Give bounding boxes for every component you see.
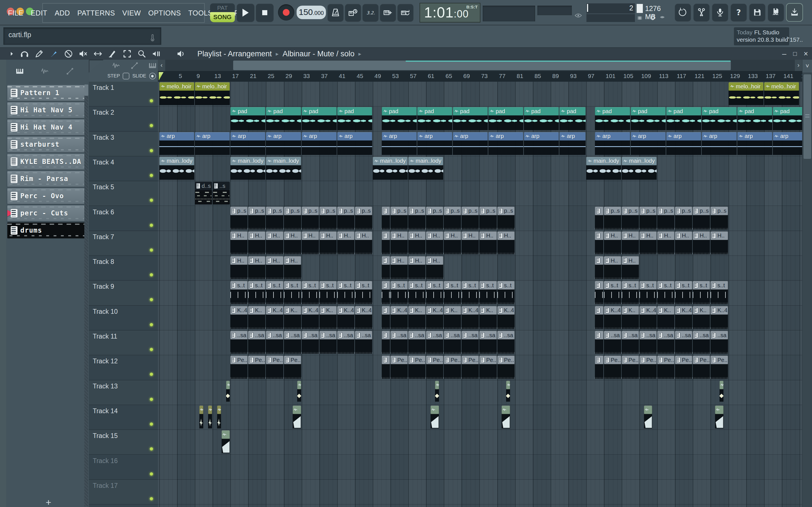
pattern-clip[interactable]: K..4 (604, 306, 621, 330)
pattern-clip[interactable]: ..sa (231, 331, 248, 354)
pattern-clip[interactable]: s..t (302, 281, 319, 304)
pattern-clip[interactable]: s..t (657, 281, 674, 304)
track-lane-15[interactable] (158, 430, 802, 455)
pattern-clip[interactable]: Pe.. (693, 356, 710, 379)
pattern-clip[interactable]: H.. (426, 256, 443, 280)
track-header-17[interactable]: Track 17 (89, 480, 158, 504)
pencil-icon[interactable] (35, 49, 44, 59)
step-toggle[interactable] (123, 73, 130, 79)
pattern-clip[interactable]: Pe.. (640, 356, 657, 379)
track-mute-led[interactable] (150, 149, 153, 152)
tab-patterns-piano-icon[interactable] (14, 67, 26, 76)
pattern-clip[interactable]: p..s (319, 207, 337, 230)
track-header-6[interactable]: Track 6 (89, 206, 158, 231)
audio-clip[interactable]: melo..hoir (195, 82, 230, 106)
pattern-clip[interactable]: p..s (355, 207, 372, 230)
countdown-button[interactable]: 3.2.ı (363, 4, 378, 21)
menu-edit[interactable]: EDIT (31, 9, 47, 17)
audio-clip[interactable] (208, 406, 212, 429)
pattern-clip[interactable]: p..s (693, 207, 710, 230)
online-eye-icon[interactable] (574, 11, 582, 21)
track-mute-led[interactable] (150, 323, 153, 327)
pattern-clip[interactable] (595, 356, 603, 379)
pattern-clip[interactable]: p..s (622, 207, 639, 230)
track-mute-led[interactable] (150, 472, 153, 476)
pattern-clip[interactable]: Pe.. (497, 356, 515, 379)
track-mute-led[interactable] (150, 199, 153, 202)
pat-mode-label[interactable]: PAT (210, 3, 235, 12)
audio-clip[interactable]: main..lody (231, 157, 265, 180)
pattern-clip[interactable]: H.. (622, 256, 639, 280)
pattern-clip[interactable]: s..t (444, 281, 461, 304)
audio-clip[interactable] (293, 406, 301, 429)
pattern-clip[interactable]: ..sa (355, 331, 372, 354)
pattern-clip[interactable]: ..sa (479, 331, 497, 354)
pattern-clip[interactable]: Pe.. (711, 356, 728, 379)
audio-clip[interactable]: arp (702, 132, 737, 156)
project-title-box[interactable]: carti.flp (3, 27, 161, 45)
delete-slash-icon[interactable] (64, 49, 73, 59)
pattern-clip[interactable]: H.. (444, 231, 461, 255)
pattern-clip[interactable]: s..t (355, 281, 372, 304)
pattern-clip[interactable]: K..4 (337, 306, 354, 330)
menu-tools[interactable]: TOOLS (188, 9, 213, 17)
pattern-item-hi-hat-nav-4[interactable]: Hi Hat Nav 4 (7, 119, 86, 135)
track-header-14[interactable]: Track 14 (89, 405, 158, 430)
song-mode-label[interactable]: SONG (210, 12, 235, 22)
pattern-clip[interactable]: Pe.. (675, 356, 692, 379)
audio-clip[interactable]: pad (337, 107, 372, 130)
pattern-clip[interactable]: H.. (408, 231, 425, 255)
pattern-item-starburst[interactable]: starburst (7, 136, 86, 152)
pattern-clip[interactable]: Pe.. (284, 356, 301, 379)
pattern-clip[interactable]: s..t (248, 281, 265, 304)
track-lane-14[interactable] (158, 405, 802, 430)
pattern-item-pattern-1[interactable]: Pattern 1 (7, 85, 86, 101)
pattern-clip[interactable]: p..s (337, 207, 354, 230)
audio-clip[interactable]: arp (195, 132, 230, 156)
stop-button[interactable] (256, 4, 273, 22)
pattern-clip[interactable]: Pe.. (231, 356, 248, 379)
audio-clip[interactable]: arp (453, 132, 488, 156)
pattern-clip[interactable]: s..t (693, 281, 710, 304)
pattern-clip[interactable]: ..sa (622, 331, 639, 354)
mic-button[interactable] (712, 4, 728, 21)
speaker-icon[interactable] (176, 49, 186, 59)
pattern-clip[interactable]: K..4 (426, 306, 443, 330)
pattern-clip[interactable] (595, 306, 603, 330)
menu-file[interactable]: FILE (8, 9, 23, 17)
pattern-item-hi-hat-nav-5[interactable]: Hi Hat Nav 5 (7, 102, 86, 118)
pattern-clip[interactable]: K.. (479, 306, 497, 330)
audio-clip[interactable]: arp (773, 132, 802, 156)
pattern-clip[interactable]: Pe.. (622, 356, 639, 379)
pattern-clip[interactable]: ..sa (391, 331, 408, 354)
audio-clip[interactable]: pad (737, 107, 772, 130)
pattern-clip[interactable]: K..4 (711, 306, 728, 330)
pattern-clip[interactable]: H.. (675, 231, 692, 255)
pattern-item-rim-parsa[interactable]: Rim - Parsa (7, 171, 86, 187)
pattern-clip[interactable]: p..s (675, 207, 692, 230)
pattern-clip[interactable]: Pe.. (426, 356, 443, 379)
help-button[interactable]: ? (731, 4, 747, 21)
pattern-clip[interactable]: ..sa (675, 331, 692, 354)
track-header-9[interactable]: Track 9 (89, 281, 158, 305)
audio-clip[interactable]: main..lody (622, 157, 657, 180)
audio-clip[interactable]: main..lody (266, 157, 301, 180)
pattern-clip[interactable]: Pe.. (248, 356, 265, 379)
audio-clip[interactable]: pad (231, 107, 265, 130)
audio-clip[interactable] (226, 381, 230, 402)
menu-patterns[interactable]: PATTERNS (77, 9, 115, 17)
pattern-clip[interactable] (595, 281, 603, 304)
audio-clip[interactable]: melo..hoir (728, 82, 763, 106)
pattern-item-kyle-beats-da-kick-4[interactable]: KYLE BEATS..DA - KICK 4 (7, 154, 86, 170)
pattern-clip[interactable] (382, 306, 390, 330)
pattern-clip[interactable]: p..s (284, 207, 301, 230)
pattern-clip[interactable]: ..sa (693, 331, 710, 354)
maximize-button[interactable]: □ (793, 50, 797, 57)
pattern-clip[interactable]: H.. (479, 231, 497, 255)
pattern-item-perc-ovo[interactable]: Perc - Ovo (7, 188, 86, 204)
audio-clip[interactable]: arp (302, 132, 337, 156)
pattern-clip[interactable]: H.. (284, 231, 301, 255)
pattern-clip[interactable]: ..sa (319, 331, 337, 354)
vscroll-thumb[interactable] (804, 74, 811, 159)
save-button[interactable] (749, 4, 765, 21)
